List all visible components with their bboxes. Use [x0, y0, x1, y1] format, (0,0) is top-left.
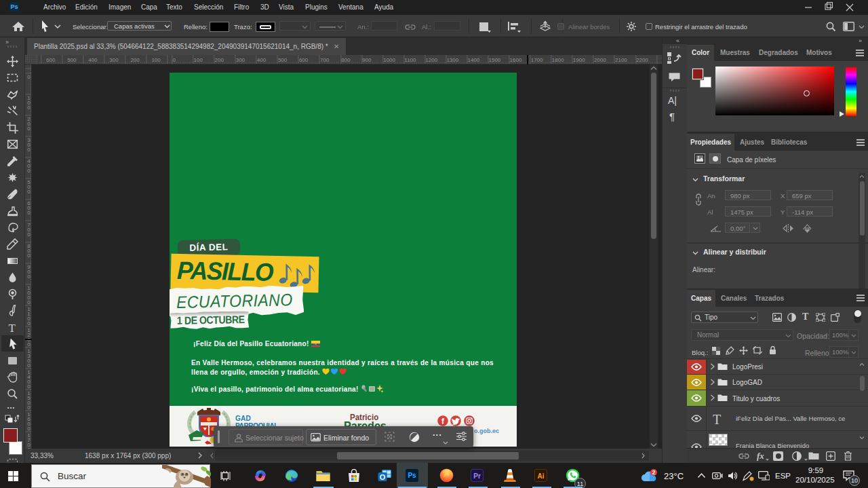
svg-text:2: 2: [652, 469, 656, 476]
svg-text:T: T: [9, 322, 16, 333]
svg-text:O: O: [380, 473, 386, 481]
